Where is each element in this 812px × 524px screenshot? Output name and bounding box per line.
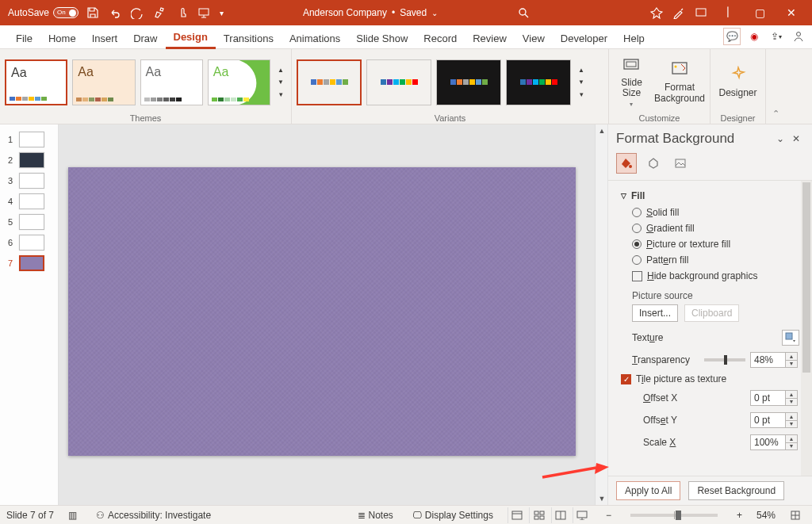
- thumbnail-1[interactable]: 1: [0, 129, 58, 150]
- radio-gradient-fill[interactable]: Gradient fill: [621, 220, 812, 236]
- variant-1[interactable]: [297, 59, 362, 105]
- chevron-down-icon: ▽: [621, 192, 626, 200]
- fill-section-toggle[interactable]: ▽Fill: [621, 187, 812, 205]
- notes-button[interactable]: ≣Notes: [353, 506, 398, 525]
- pane-close-icon[interactable]: ✕: [788, 133, 804, 144]
- designer-button[interactable]: Designer: [715, 55, 760, 110]
- status-accessibility[interactable]: ⚇Accessibility: Investigate: [91, 506, 216, 525]
- undo-icon[interactable]: [104, 2, 126, 24]
- thumbnail-5[interactable]: 5: [0, 212, 58, 232]
- status-language[interactable]: ▥: [63, 506, 82, 525]
- display-settings-button[interactable]: 🖵Display Settings: [408, 506, 498, 525]
- tab-slideshow[interactable]: Slide Show: [348, 28, 416, 48]
- zoom-in-button[interactable]: +: [732, 506, 747, 525]
- touch-mode-icon[interactable]: [170, 2, 193, 24]
- tab-draw[interactable]: Draw: [125, 28, 165, 48]
- effects-tab-icon[interactable]: [643, 153, 664, 174]
- group-label-customize: Customize: [614, 112, 705, 123]
- slide-size-button[interactable]: Slide Size ▾: [614, 55, 649, 110]
- fill-tab-icon[interactable]: [616, 153, 637, 174]
- fit-to-window-icon[interactable]: [785, 506, 806, 525]
- normal-view-icon[interactable]: [508, 507, 527, 523]
- radio-solid-fill[interactable]: Solid fill: [621, 205, 812, 220]
- tab-transitions[interactable]: Transitions: [216, 28, 282, 48]
- ribbon-options-icon[interactable]: [690, 2, 712, 24]
- tab-file[interactable]: File: [8, 28, 40, 48]
- present-icon[interactable]: [193, 2, 215, 24]
- theme-card-4[interactable]: Aa: [208, 59, 270, 105]
- texture-dropdown[interactable]: [782, 330, 799, 346]
- picture-tab-icon[interactable]: [670, 153, 691, 174]
- slideshow-view-icon[interactable]: [573, 507, 592, 523]
- editor-scrollbar[interactable]: ▲ ▼: [595, 124, 607, 505]
- thumbnail-4[interactable]: 4: [0, 191, 58, 212]
- redo-icon[interactable]: [126, 2, 148, 24]
- pane-options-icon[interactable]: ⌄: [772, 133, 788, 144]
- thumbnail-3[interactable]: 3: [0, 170, 58, 191]
- insert-picture-button[interactable]: Insert...: [632, 304, 678, 322]
- thumbnail-7[interactable]: 7: [0, 253, 58, 273]
- maximize-button[interactable]: ▢: [744, 6, 776, 19]
- variant-4[interactable]: [506, 59, 571, 105]
- slide-editor[interactable]: ▲ ▼: [59, 124, 607, 505]
- status-slide-counter[interactable]: Slide 7 of 7: [6, 510, 54, 521]
- variant-3[interactable]: [436, 59, 501, 105]
- autosave-toggle[interactable]: AutoSave On: [5, 2, 82, 24]
- account-icon[interactable]: [790, 28, 807, 45]
- variant-2[interactable]: [366, 59, 431, 105]
- thumbnail-2[interactable]: 2: [0, 150, 58, 170]
- transparency-slider[interactable]: [704, 358, 745, 361]
- apply-to-all-button[interactable]: Apply to All: [616, 481, 680, 500]
- format-background-button[interactable]: Format Background: [654, 55, 705, 110]
- close-button[interactable]: ✕: [776, 6, 807, 19]
- tab-record[interactable]: Record: [416, 28, 465, 48]
- tab-design[interactable]: Design: [166, 26, 216, 49]
- variants-more-icon[interactable]: ▲▼▾: [576, 67, 587, 98]
- offset-y-spinner[interactable]: ▲▼: [750, 412, 799, 428]
- themes-more-icon[interactable]: ▲▼▾: [275, 67, 286, 98]
- sorter-view-icon[interactable]: [529, 507, 548, 523]
- radio-picture-fill[interactable]: Picture or texture fill: [621, 236, 812, 252]
- reset-background-button[interactable]: Reset Background: [688, 481, 784, 500]
- radio-pattern-fill[interactable]: Pattern fill: [621, 252, 812, 268]
- scale-x-spinner[interactable]: ▲▼: [750, 434, 799, 450]
- tab-review[interactable]: Review: [465, 28, 515, 48]
- theme-card-1[interactable]: Aa: [5, 59, 67, 105]
- scroll-up-icon[interactable]: ▲: [596, 124, 607, 137]
- theme-card-2[interactable]: Aa: [72, 59, 135, 105]
- premium-icon[interactable]: [645, 2, 668, 24]
- tab-animations[interactable]: Animations: [282, 28, 348, 48]
- themes-gallery[interactable]: Aa Aa Aa Aa ▲▼▾: [5, 52, 286, 112]
- saved-state[interactable]: Saved: [400, 7, 427, 18]
- offset-x-spinner[interactable]: ▲▼: [750, 390, 799, 406]
- collapse-ribbon-icon[interactable]: ⌃: [766, 49, 785, 124]
- transparency-spinner[interactable]: ▲▼: [750, 352, 799, 368]
- tab-developer[interactable]: Developer: [553, 28, 615, 48]
- tab-view[interactable]: View: [515, 28, 553, 48]
- record-icon[interactable]: ◉: [745, 28, 763, 45]
- search-icon[interactable]: [512, 2, 534, 24]
- variants-gallery[interactable]: ▲▼▾: [297, 52, 603, 112]
- thumbnail-6[interactable]: 6: [0, 232, 58, 253]
- qat-more-icon[interactable]: ▾: [215, 2, 228, 24]
- tab-home[interactable]: Home: [40, 28, 84, 48]
- scroll-down-icon[interactable]: ▼: [596, 492, 607, 505]
- zoom-slider[interactable]: [630, 514, 718, 517]
- quick-edit-icon[interactable]: [148, 2, 170, 24]
- tab-insert[interactable]: Insert: [84, 28, 126, 48]
- theme-card-3[interactable]: Aa: [140, 59, 203, 105]
- check-tile-texture[interactable]: ✓Tile picture as texture: [621, 371, 812, 387]
- tab-help[interactable]: Help: [615, 28, 653, 48]
- document-name[interactable]: Anderson Company: [303, 7, 387, 18]
- title-dropdown-icon[interactable]: ⌄: [431, 9, 438, 17]
- check-hide-graphics[interactable]: Hide background graphics: [621, 268, 812, 284]
- reading-view-icon[interactable]: [551, 507, 570, 523]
- zoom-value[interactable]: 54%: [756, 510, 776, 521]
- comments-icon[interactable]: 💬: [723, 28, 741, 45]
- share-icon[interactable]: ⇪▾: [768, 28, 785, 45]
- coming-soon-icon[interactable]: [668, 2, 690, 24]
- zoom-out-button[interactable]: −: [601, 506, 616, 525]
- slide-canvas[interactable]: [68, 167, 576, 456]
- minimize-button[interactable]: 〡: [712, 6, 744, 20]
- save-icon[interactable]: [82, 2, 104, 24]
